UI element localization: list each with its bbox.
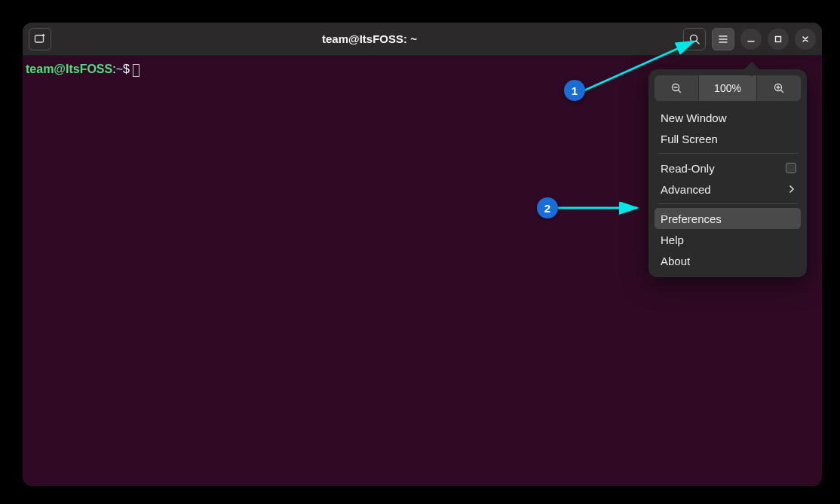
menu-label: Read-Only [661, 162, 715, 175]
hamburger-icon [717, 33, 729, 45]
menu-preferences[interactable]: Preferences [655, 208, 801, 229]
menu-full-screen[interactable]: Full Screen [655, 128, 801, 149]
menu-help[interactable]: Help [655, 229, 801, 250]
prompt-path: ~ [116, 63, 123, 75]
menu-separator [658, 153, 798, 154]
new-tab-button[interactable] [29, 28, 51, 50]
annotation-badge-1: 1 [564, 80, 585, 101]
menu-label: About [661, 255, 690, 267]
hamburger-menu-button[interactable] [712, 28, 734, 50]
zoom-level[interactable]: 100% [699, 75, 757, 101]
close-icon [801, 35, 810, 44]
minimize-button[interactable] [740, 29, 762, 50]
hamburger-popover: 100% New Window Full Screen Read-Only Ad… [648, 69, 807, 277]
zoom-in-icon [773, 82, 785, 94]
zoom-in-button[interactable] [757, 75, 801, 101]
svg-rect-0 [35, 35, 44, 42]
menu-new-window[interactable]: New Window [655, 107, 801, 128]
search-icon [688, 33, 701, 45]
menu-advanced[interactable]: Advanced [655, 179, 801, 200]
titlebar-right [683, 28, 816, 50]
prompt-dollar: $ [123, 63, 130, 75]
maximize-icon [774, 35, 783, 44]
menu-label: Preferences [661, 212, 722, 225]
zoom-controls: 100% [655, 75, 801, 101]
titlebar: team@ItsFOSS: ~ [23, 23, 822, 56]
zoom-out-button[interactable] [655, 75, 699, 101]
window-title: team@ItsFOSS: ~ [56, 32, 683, 45]
menu-label: Help [661, 234, 684, 246]
maximize-button[interactable] [768, 29, 789, 50]
menu-label: Full Screen [661, 133, 718, 145]
menu-about[interactable]: About [655, 250, 801, 271]
close-button[interactable] [795, 29, 816, 50]
prompt-user: team@ItsFOSS [26, 63, 112, 75]
menu-read-only[interactable]: Read-Only [655, 157, 801, 179]
cursor [133, 64, 139, 77]
new-tab-icon [34, 33, 46, 45]
minimize-icon [746, 35, 756, 44]
menu-label: Advanced [661, 183, 711, 196]
annotation-badge-2: 2 [537, 197, 558, 218]
menu-separator [658, 203, 798, 204]
titlebar-left [29, 28, 56, 50]
zoom-out-icon [670, 82, 682, 94]
search-button[interactable] [683, 28, 706, 50]
svg-rect-2 [776, 36, 781, 41]
menu-label: New Window [661, 111, 727, 124]
read-only-checkbox[interactable] [786, 163, 796, 173]
chevron-right-icon [787, 185, 796, 194]
